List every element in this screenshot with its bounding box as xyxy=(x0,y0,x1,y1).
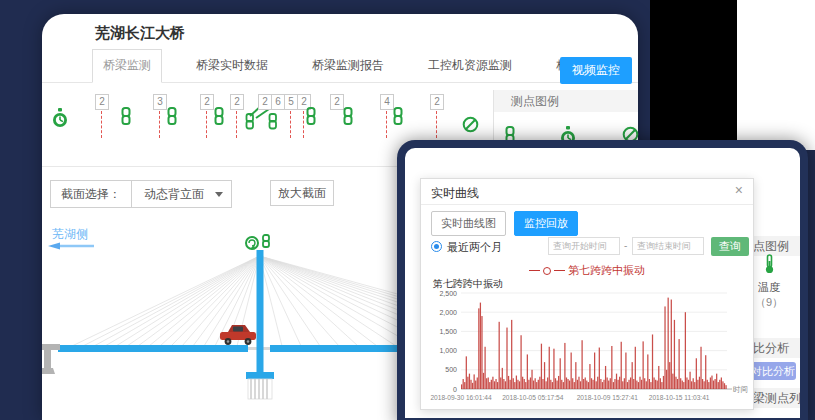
sensor-count-badge: 2 xyxy=(258,94,272,110)
legend-panel-divider xyxy=(493,90,494,140)
section-select-value: 动态背立面 xyxy=(144,187,204,201)
sensor-dash-line xyxy=(303,111,304,138)
sensor-dash-line xyxy=(290,111,291,138)
section-select-group: 截面选择： 动态背立面 xyxy=(50,180,232,208)
chart-legend[interactable]: 第七跨跨中振动 xyxy=(421,263,753,278)
background-white-area xyxy=(737,0,815,150)
svg-text:时间: 时间 xyxy=(733,385,748,394)
section-select-label: 截面选择： xyxy=(51,186,131,203)
section-select-dropdown[interactable]: 动态背立面 xyxy=(131,181,231,207)
sensor-count-badge: 3 xyxy=(153,94,167,110)
main-tab-0[interactable]: 桥梁监测 xyxy=(92,49,162,83)
timer-icon[interactable] xyxy=(52,108,68,133)
svg-text:2018-10-05 05:17:54: 2018-10-05 05:17:54 xyxy=(502,394,564,401)
enlarge-section-button[interactable]: 放大截面 xyxy=(270,180,334,206)
sensor-dash-line xyxy=(159,111,160,138)
chain-icon[interactable] xyxy=(120,107,132,129)
chevron-down-icon xyxy=(215,192,223,197)
svg-text:2018-10-15 11:03:41: 2018-10-15 11:03:41 xyxy=(649,394,710,401)
main-tab-1[interactable]: 桥梁实时数据 xyxy=(186,50,278,82)
svg-text:1,000: 1,000 xyxy=(439,347,457,354)
query-start-time-input[interactable] xyxy=(548,237,620,255)
sensor-count-badge: 2 xyxy=(430,94,444,110)
left-pier xyxy=(42,344,60,374)
dialog-header-divider xyxy=(421,204,753,205)
sensor-count-badge: 2 xyxy=(230,94,244,110)
thermometer-icon xyxy=(763,254,776,274)
chain-icon[interactable] xyxy=(305,107,317,129)
video-monitor-button[interactable]: 视频监控 xyxy=(560,57,632,84)
query-row: 最近两个月 - 查询 xyxy=(421,237,753,259)
sensor-dash-line xyxy=(236,111,237,138)
legend-marker-icon xyxy=(543,267,551,275)
legend-line-icon xyxy=(529,270,540,271)
query-button[interactable]: 查询 xyxy=(711,237,749,256)
main-tab-2[interactable]: 桥梁监测报告 xyxy=(302,50,394,82)
background-black-area xyxy=(650,0,737,150)
svg-text:2,500: 2,500 xyxy=(439,290,457,297)
chain-icon[interactable] xyxy=(213,107,225,129)
tower-sensor-icons xyxy=(246,235,269,250)
last-two-months-label: 最近两个月 xyxy=(447,240,502,255)
sensor-dash-line xyxy=(101,111,102,138)
noentry-icon[interactable] xyxy=(462,116,479,137)
left-arrow-icon xyxy=(48,243,94,250)
dialog-tab-bar: 实时曲线图监控回放 xyxy=(431,211,578,236)
page-title: 芜湖长江大桥 xyxy=(95,24,185,43)
desktop-background: 芜湖长江大桥 桥梁监测桥梁实时数据桥梁监测报告工控机资源监测桥梁系统报警 视频监… xyxy=(0,0,815,420)
dialog-tab-1[interactable]: 监控回放 xyxy=(514,211,578,236)
chain-icon[interactable] xyxy=(392,107,404,129)
svg-text:2018-10-09 15:27:41: 2018-10-09 15:27:41 xyxy=(577,394,639,401)
svg-text:500: 500 xyxy=(445,366,457,373)
svg-text:1,500: 1,500 xyxy=(439,328,457,335)
sensor-dash-line xyxy=(206,111,207,138)
legend-panel-header: 测点图例 xyxy=(493,90,638,112)
query-end-time-input[interactable] xyxy=(632,237,704,255)
realtime-curve-dialog: 实时曲线 × 实时曲线图监控回放 最近两个月 - 查询 第七跨跨中振动 xyxy=(420,178,754,410)
dialog-tab-0[interactable]: 实时曲线图 xyxy=(431,211,506,236)
sensor-count-badge: 2 xyxy=(200,94,214,110)
compare-analysis-button[interactable]: 对比分析 xyxy=(750,362,796,380)
main-tab-bar: 桥梁监测桥梁实时数据桥梁监测报告工控机资源监测桥梁系统报警 xyxy=(42,54,638,83)
legend-label: 第七跨跨中振动 xyxy=(568,263,645,278)
sensor-dash-line xyxy=(386,111,387,138)
svg-text:2018-09-30 16:01:44: 2018-09-30 16:01:44 xyxy=(430,394,492,401)
chain-icon[interactable] xyxy=(166,107,178,129)
main-tab-3[interactable]: 工控机资源监测 xyxy=(418,50,522,82)
chain-icon[interactable] xyxy=(342,107,354,129)
vibration-chart: 05001,0001,5002,0002,5002018-09-30 16:01… xyxy=(427,285,749,411)
sensor-count-badge: 6 xyxy=(271,94,285,110)
sensor-dash-line xyxy=(436,111,437,138)
tower-foundation xyxy=(246,372,274,399)
secondary-window: 测点图例 温度 （9） 对比分析 对比分析 桥梁测点列表 实时曲线 × 实时曲线… xyxy=(397,140,808,420)
dialog-title: 实时曲线 xyxy=(431,185,479,202)
sensor-count-badge: 2 xyxy=(95,94,109,110)
svg-text:0: 0 xyxy=(453,386,457,393)
close-icon[interactable]: × xyxy=(735,183,743,197)
legend-line-icon xyxy=(554,270,565,271)
svg-text:2,000: 2,000 xyxy=(439,309,457,316)
date-range-separator: - xyxy=(624,240,627,251)
sensor-count-badge: 5 xyxy=(284,94,298,110)
last-two-months-radio[interactable] xyxy=(431,241,442,252)
